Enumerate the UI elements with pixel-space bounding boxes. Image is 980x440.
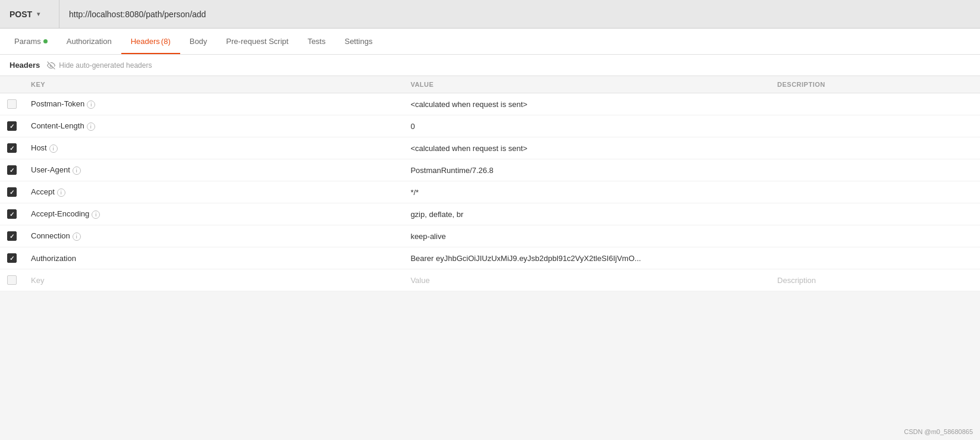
checkbox-cell — [0, 225, 24, 247]
info-icon[interactable]: i — [73, 166, 81, 175]
tab-authorization[interactable]: Authorization — [57, 29, 121, 54]
info-icon[interactable]: i — [73, 232, 81, 241]
key-cell: Key — [24, 269, 403, 291]
info-icon[interactable]: i — [87, 100, 95, 109]
value-cell: PostmanRuntime/7.26.8 — [403, 159, 770, 181]
value-cell: <calculated when request is sent> — [403, 93, 770, 115]
checkbox-cell — [0, 269, 24, 291]
value-cell: Bearer eyJhbGciOiJIUzUxMiJ9.eyJsb2dpbl91… — [403, 247, 770, 269]
col-header-desc: DESCRIPTION — [770, 76, 980, 93]
row-checkbox[interactable] — [7, 165, 17, 175]
table-row: KeyValueDescription — [0, 269, 980, 291]
tab-pre-request-script[interactable]: Pre-request Script — [216, 29, 298, 54]
eye-icon — [47, 61, 55, 70]
description-cell — [770, 225, 980, 247]
value-cell: gzip, deflate, br — [403, 203, 770, 225]
tabs-bar: Params Authorization Headers (8) Body Pr… — [0, 29, 980, 55]
row-checkbox[interactable] — [7, 253, 17, 263]
method-label: POST — [10, 10, 32, 19]
value-cell: 0 — [403, 115, 770, 137]
description-cell — [770, 247, 980, 269]
tab-params[interactable]: Params — [5, 29, 57, 54]
description-cell — [770, 159, 980, 181]
description-cell: Description — [770, 269, 980, 291]
headers-table: KEY VALUE DESCRIPTION Postman-Tokeni<cal… — [0, 76, 980, 291]
key-cell: Hosti — [24, 137, 403, 159]
col-header-value: VALUE — [403, 76, 770, 93]
table-row: User-AgentiPostmanRuntime/7.26.8 — [0, 159, 980, 181]
row-checkbox[interactable] — [7, 231, 17, 241]
description-cell — [770, 115, 980, 137]
tab-settings[interactable]: Settings — [335, 29, 382, 54]
row-checkbox[interactable] — [7, 99, 17, 109]
value-cell: */* — [403, 181, 770, 203]
method-select[interactable]: POST ▾ — [0, 0, 59, 28]
hide-btn-label: Hide auto-generated headers — [59, 61, 152, 70]
tab-headers[interactable]: Headers (8) — [121, 29, 180, 54]
description-cell — [770, 181, 980, 203]
table-row: Postman-Tokeni<calculated when request i… — [0, 93, 980, 115]
key-cell: Authorization — [24, 247, 403, 269]
method-chevron: ▾ — [37, 11, 40, 17]
table-row: Accept-Encodingigzip, deflate, br — [0, 203, 980, 225]
table-row: Hosti<calculated when request is sent> — [0, 137, 980, 159]
tab-body[interactable]: Body — [180, 29, 217, 54]
info-icon[interactable]: i — [57, 188, 65, 197]
table-header-row: KEY VALUE DESCRIPTION — [0, 76, 980, 93]
description-cell — [770, 137, 980, 159]
col-header-checkbox — [0, 76, 24, 93]
col-header-key: KEY — [24, 76, 403, 93]
key-cell: Accept-Encodingi — [24, 203, 403, 225]
table-row: Connectionikeep-alive — [0, 225, 980, 247]
table-row: Accepti*/* — [0, 181, 980, 203]
checkbox-cell — [0, 203, 24, 225]
row-checkbox[interactable] — [7, 187, 17, 197]
row-checkbox[interactable] — [7, 121, 17, 131]
key-cell: Connectioni — [24, 225, 403, 247]
key-cell: Postman-Tokeni — [24, 93, 403, 115]
info-icon[interactable]: i — [92, 210, 100, 219]
key-cell: User-Agenti — [24, 159, 403, 181]
section-header: Headers Hide auto-generated headers — [0, 55, 980, 76]
row-checkbox[interactable] — [7, 275, 17, 285]
checkbox-cell — [0, 115, 24, 137]
info-icon[interactable]: i — [87, 122, 95, 131]
checkbox-cell — [0, 181, 24, 203]
table-row: AuthorizationBearer eyJhbGciOiJIUzUxMiJ9… — [0, 247, 980, 269]
key-cell: Content-Lengthi — [24, 115, 403, 137]
description-cell — [770, 93, 980, 115]
row-checkbox[interactable] — [7, 143, 17, 153]
table-row: Content-Lengthi0 — [0, 115, 980, 137]
row-checkbox[interactable] — [7, 209, 17, 219]
url-bar: POST ▾ — [0, 0, 980, 29]
section-title: Headers — [10, 61, 40, 70]
checkbox-cell — [0, 159, 24, 181]
value-cell: keep-alive — [403, 225, 770, 247]
value-cell: <calculated when request is sent> — [403, 137, 770, 159]
info-icon[interactable]: i — [49, 144, 58, 153]
key-cell: Accepti — [24, 181, 403, 203]
description-cell — [770, 203, 980, 225]
tab-tests[interactable]: Tests — [298, 29, 335, 54]
checkbox-cell — [0, 93, 24, 115]
hide-headers-button[interactable]: Hide auto-generated headers — [47, 61, 152, 70]
url-input[interactable] — [59, 0, 980, 28]
checkbox-cell — [0, 137, 24, 159]
checkbox-cell — [0, 247, 24, 269]
value-cell: Value — [403, 269, 770, 291]
params-dot — [43, 39, 48, 43]
